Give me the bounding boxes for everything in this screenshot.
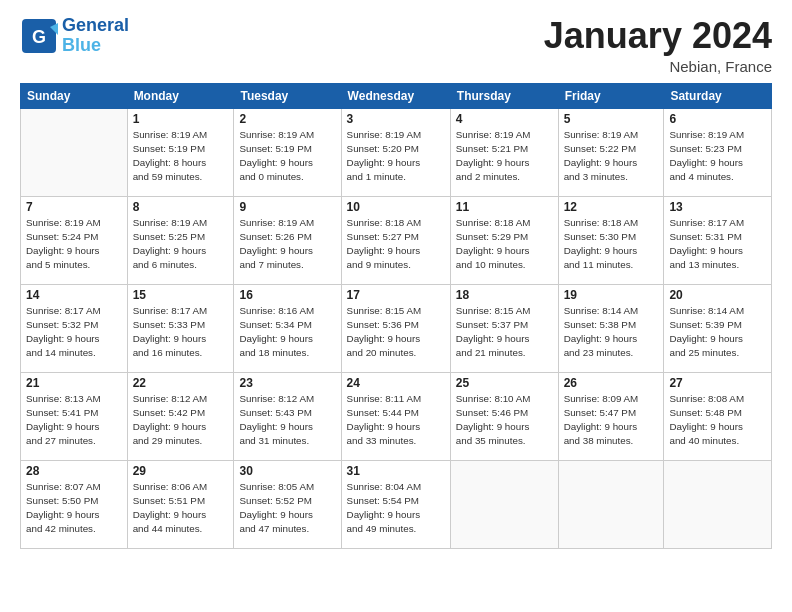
calendar-cell: 20Sunrise: 8:14 AMSunset: 5:39 PMDayligh… <box>664 284 772 372</box>
day-number: 20 <box>669 288 766 302</box>
sunset: Sunset: 5:31 PM <box>669 230 766 244</box>
col-friday: Friday <box>558 83 664 108</box>
day-info: Sunrise: 8:18 AMSunset: 5:27 PMDaylight:… <box>347 216 445 273</box>
day-info: Sunrise: 8:19 AMSunset: 5:26 PMDaylight:… <box>239 216 335 273</box>
daylight-line2: and 13 minutes. <box>669 258 766 272</box>
sunrise: Sunrise: 8:04 AM <box>347 480 445 494</box>
day-number: 29 <box>133 464 229 478</box>
day-info: Sunrise: 8:18 AMSunset: 5:29 PMDaylight:… <box>456 216 553 273</box>
sunrise: Sunrise: 8:05 AM <box>239 480 335 494</box>
sunrise: Sunrise: 8:19 AM <box>239 128 335 142</box>
daylight-line1: Daylight: 9 hours <box>26 244 122 258</box>
daylight-line1: Daylight: 9 hours <box>26 332 122 346</box>
daylight-line1: Daylight: 9 hours <box>456 156 553 170</box>
daylight-line1: Daylight: 9 hours <box>239 156 335 170</box>
daylight-line1: Daylight: 9 hours <box>133 332 229 346</box>
daylight-line2: and 40 minutes. <box>669 434 766 448</box>
sunset: Sunset: 5:27 PM <box>347 230 445 244</box>
day-number: 2 <box>239 112 335 126</box>
day-info: Sunrise: 8:17 AMSunset: 5:33 PMDaylight:… <box>133 304 229 361</box>
calendar-week-4: 21Sunrise: 8:13 AMSunset: 5:41 PMDayligh… <box>21 372 772 460</box>
day-number: 8 <box>133 200 229 214</box>
calendar-cell: 2Sunrise: 8:19 AMSunset: 5:19 PMDaylight… <box>234 108 341 196</box>
daylight-line1: Daylight: 9 hours <box>456 244 553 258</box>
day-info: Sunrise: 8:13 AMSunset: 5:41 PMDaylight:… <box>26 392 122 449</box>
daylight-line2: and 20 minutes. <box>347 346 445 360</box>
sunrise: Sunrise: 8:12 AM <box>133 392 229 406</box>
page: G General Blue January 2024 Nebian, Fran… <box>0 0 792 612</box>
sunset: Sunset: 5:38 PM <box>564 318 659 332</box>
sunrise: Sunrise: 8:18 AM <box>456 216 553 230</box>
daylight-line1: Daylight: 9 hours <box>133 244 229 258</box>
daylight-line1: Daylight: 9 hours <box>669 156 766 170</box>
sunrise: Sunrise: 8:17 AM <box>133 304 229 318</box>
sunset: Sunset: 5:42 PM <box>133 406 229 420</box>
calendar-cell: 26Sunrise: 8:09 AMSunset: 5:47 PMDayligh… <box>558 372 664 460</box>
daylight-line2: and 6 minutes. <box>133 258 229 272</box>
day-info: Sunrise: 8:14 AMSunset: 5:39 PMDaylight:… <box>669 304 766 361</box>
calendar-cell <box>664 460 772 548</box>
calendar-week-5: 28Sunrise: 8:07 AMSunset: 5:50 PMDayligh… <box>21 460 772 548</box>
calendar-cell: 31Sunrise: 8:04 AMSunset: 5:54 PMDayligh… <box>341 460 450 548</box>
daylight-line1: Daylight: 9 hours <box>564 332 659 346</box>
daylight-line2: and 3 minutes. <box>564 170 659 184</box>
sunset: Sunset: 5:19 PM <box>239 142 335 156</box>
daylight-line1: Daylight: 9 hours <box>456 332 553 346</box>
day-number: 9 <box>239 200 335 214</box>
sunset: Sunset: 5:32 PM <box>26 318 122 332</box>
day-number: 4 <box>456 112 553 126</box>
calendar: Sunday Monday Tuesday Wednesday Thursday… <box>20 83 772 549</box>
daylight-line2: and 1 minute. <box>347 170 445 184</box>
sunset: Sunset: 5:30 PM <box>564 230 659 244</box>
sunset: Sunset: 5:20 PM <box>347 142 445 156</box>
daylight-line1: Daylight: 9 hours <box>564 244 659 258</box>
daylight-line1: Daylight: 9 hours <box>26 508 122 522</box>
day-number: 6 <box>669 112 766 126</box>
calendar-cell: 10Sunrise: 8:18 AMSunset: 5:27 PMDayligh… <box>341 196 450 284</box>
sunset: Sunset: 5:50 PM <box>26 494 122 508</box>
sunset: Sunset: 5:22 PM <box>564 142 659 156</box>
day-number: 1 <box>133 112 229 126</box>
daylight-line1: Daylight: 9 hours <box>239 332 335 346</box>
daylight-line1: Daylight: 9 hours <box>26 420 122 434</box>
daylight-line2: and 59 minutes. <box>133 170 229 184</box>
daylight-line2: and 10 minutes. <box>456 258 553 272</box>
day-info: Sunrise: 8:09 AMSunset: 5:47 PMDaylight:… <box>564 392 659 449</box>
day-info: Sunrise: 8:05 AMSunset: 5:52 PMDaylight:… <box>239 480 335 537</box>
calendar-cell <box>21 108 128 196</box>
daylight-line2: and 21 minutes. <box>456 346 553 360</box>
calendar-cell: 24Sunrise: 8:11 AMSunset: 5:44 PMDayligh… <box>341 372 450 460</box>
day-info: Sunrise: 8:19 AMSunset: 5:22 PMDaylight:… <box>564 128 659 185</box>
daylight-line1: Daylight: 9 hours <box>133 508 229 522</box>
day-info: Sunrise: 8:15 AMSunset: 5:37 PMDaylight:… <box>456 304 553 361</box>
day-info: Sunrise: 8:19 AMSunset: 5:21 PMDaylight:… <box>456 128 553 185</box>
sunrise: Sunrise: 8:16 AM <box>239 304 335 318</box>
day-number: 30 <box>239 464 335 478</box>
day-info: Sunrise: 8:08 AMSunset: 5:48 PMDaylight:… <box>669 392 766 449</box>
sunset: Sunset: 5:36 PM <box>347 318 445 332</box>
sunrise: Sunrise: 8:13 AM <box>26 392 122 406</box>
day-number: 5 <box>564 112 659 126</box>
calendar-cell: 28Sunrise: 8:07 AMSunset: 5:50 PMDayligh… <box>21 460 128 548</box>
sunrise: Sunrise: 8:12 AM <box>239 392 335 406</box>
daylight-line1: Daylight: 9 hours <box>669 420 766 434</box>
calendar-cell: 11Sunrise: 8:18 AMSunset: 5:29 PMDayligh… <box>450 196 558 284</box>
daylight-line1: Daylight: 9 hours <box>564 156 659 170</box>
day-number: 14 <box>26 288 122 302</box>
day-number: 11 <box>456 200 553 214</box>
day-info: Sunrise: 8:19 AMSunset: 5:19 PMDaylight:… <box>239 128 335 185</box>
day-info: Sunrise: 8:14 AMSunset: 5:38 PMDaylight:… <box>564 304 659 361</box>
calendar-week-1: 1Sunrise: 8:19 AMSunset: 5:19 PMDaylight… <box>21 108 772 196</box>
day-info: Sunrise: 8:07 AMSunset: 5:50 PMDaylight:… <box>26 480 122 537</box>
day-number: 17 <box>347 288 445 302</box>
day-number: 13 <box>669 200 766 214</box>
daylight-line1: Daylight: 9 hours <box>564 420 659 434</box>
sunrise: Sunrise: 8:17 AM <box>669 216 766 230</box>
calendar-body: 1Sunrise: 8:19 AMSunset: 5:19 PMDaylight… <box>21 108 772 548</box>
sunrise: Sunrise: 8:06 AM <box>133 480 229 494</box>
sunset: Sunset: 5:43 PM <box>239 406 335 420</box>
daylight-line1: Daylight: 9 hours <box>347 156 445 170</box>
day-number: 12 <box>564 200 659 214</box>
calendar-cell: 27Sunrise: 8:08 AMSunset: 5:48 PMDayligh… <box>664 372 772 460</box>
day-number: 16 <box>239 288 335 302</box>
